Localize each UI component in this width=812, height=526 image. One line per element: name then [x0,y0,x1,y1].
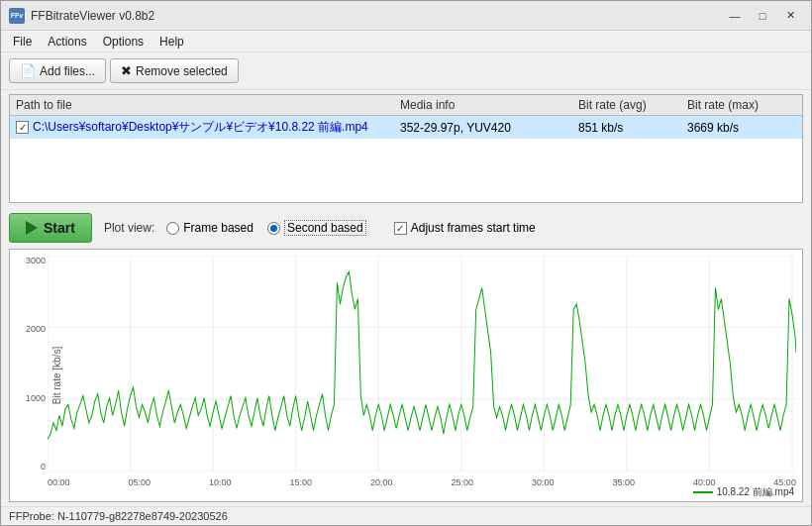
table-row[interactable]: C:\Users¥softaro¥Desktop¥サンプル¥ビデオ¥10.8.2… [10,116,802,139]
file-list-container: Path to file Media info Bit rate (avg) B… [9,94,803,203]
legend-bar: 10.8.22 前編.mp4 [693,485,794,499]
header-path: Path to file [16,98,400,112]
controls-bar: Start Plot view: Frame based Second base… [1,207,811,249]
y-tick-2000: 2000 [26,324,46,334]
status-bar: FFProbe: N-110779-g82278e8749-20230526 [1,506,811,525]
menu-options[interactable]: Options [95,33,152,51]
start-button[interactable]: Start [9,213,92,243]
adjust-checkbox[interactable] [394,222,407,235]
title-bar-controls: — □ ✕ [722,6,803,26]
radio-group: Frame based Second based [166,220,365,236]
add-files-button[interactable]: 📄 Add files... [9,58,106,83]
app-icon: FFv [9,8,25,24]
title-bar-left: FFv FFBitrateViewer v0.8b2 [9,8,154,24]
add-files-label: Add files... [40,64,95,78]
x-tick-5: 05:00 [128,477,151,487]
second-based-radio[interactable] [267,222,280,235]
minimize-button[interactable]: — [722,6,748,26]
chart-container: 3000 2000 1000 0 Bit rate [kb/s] [9,249,803,502]
y-tick-1000: 1000 [26,393,46,403]
chart-svg [48,256,796,472]
chart-inner [48,256,796,472]
file-list-header: Path to file Media info Bit rate (avg) B… [10,95,802,116]
row-checkbox[interactable] [16,121,29,134]
window-title: FFBitrateViewer v0.8b2 [31,9,154,23]
x-tick-10: 10:00 [209,477,232,487]
bit-rate-max: 3669 kb/s [687,121,796,135]
frame-based-radio[interactable] [166,222,179,235]
toolbar: 📄 Add files... ✖ Remove selected [1,53,811,90]
file-path: C:\Users¥softaro¥Desktop¥サンプル¥ビデオ¥10.8.2… [33,119,368,136]
title-bar: FFv FFBitrateViewer v0.8b2 — □ ✕ [1,1,811,31]
y-axis: 3000 2000 1000 0 [18,256,46,472]
x-tick-30: 30:00 [532,477,555,487]
x-axis: 00:00 05:00 10:00 15:00 20:00 25:00 30:0… [48,477,796,487]
main-window: FFv FFBitrateViewer v0.8b2 — □ ✕ File Ac… [0,0,812,526]
add-files-icon: 📄 [20,63,36,78]
x-tick-35: 35:00 [612,477,635,487]
header-bit-rate-max: Bit rate (max) [687,98,796,112]
y-tick-0: 0 [41,462,46,472]
maximize-button[interactable]: □ [750,6,775,26]
adjust-label: Adjust frames start time [411,221,536,235]
remove-selected-button[interactable]: ✖ Remove selected [110,58,239,83]
bit-rate-avg: 851 kb/s [578,121,687,135]
menu-bar: File Actions Options Help [1,31,811,53]
x-tick-0: 00:00 [48,477,70,487]
status-text: FFProbe: N-110779-g82278e8749-20230526 [9,510,228,522]
legend-label: 10.8.22 前編.mp4 [717,485,794,499]
menu-actions[interactable]: Actions [40,33,94,51]
path-cell: C:\Users¥softaro¥Desktop¥サンプル¥ビデオ¥10.8.2… [16,119,400,136]
adjust-checkbox-label[interactable]: Adjust frames start time [394,221,536,235]
frame-based-option[interactable]: Frame based [166,221,254,235]
remove-icon: ✖ [121,63,132,78]
media-info: 352-29.97p, YUV420 [400,121,578,135]
second-based-label: Second based [284,220,366,236]
y-tick-3000: 3000 [26,256,46,265]
plot-view-label: Plot view: [104,221,154,235]
x-tick-15: 15:00 [289,477,312,487]
menu-file[interactable]: File [5,33,40,51]
header-media-info: Media info [400,98,578,112]
start-label: Start [44,220,75,236]
close-button[interactable]: ✕ [777,6,803,26]
menu-help[interactable]: Help [152,33,192,51]
remove-selected-label: Remove selected [136,64,228,78]
x-tick-20: 20:00 [370,477,393,487]
x-tick-25: 25:00 [451,477,473,487]
second-based-option[interactable]: Second based [267,220,366,236]
header-bit-rate-avg: Bit rate (avg) [578,98,687,112]
legend-line [693,491,713,493]
frame-based-label: Frame based [183,221,254,235]
play-icon [26,221,38,235]
